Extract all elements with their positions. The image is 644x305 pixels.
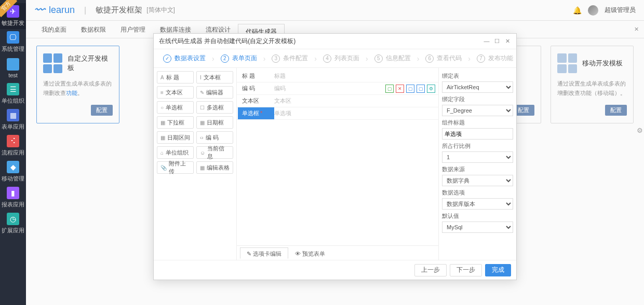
palette-item[interactable]: ≡文本区 [157,86,194,99]
form-row[interactable]: 文本区文本区 [237,95,438,107]
grid-icon: ▦ [7,109,19,121]
step-4[interactable]: 4列表页面 [318,54,365,63]
done-button[interactable]: 完成 [485,264,511,276]
eye-icon: 👁 [295,251,302,257]
mobile-icon: ◆ [7,161,19,173]
tab-preview-form[interactable]: 👁 预览表单 [288,247,332,259]
palette-item[interactable]: ⌂单位组织 [157,146,194,159]
component-icon: ▦ [200,120,205,126]
palette-item[interactable]: ▦日期区间 [157,131,194,144]
sidebar-item-ext[interactable]: ◷扩展应用 [0,211,26,237]
form-row[interactable]: 标 题标题 [237,70,438,82]
palette-item[interactable]: ▦日期框 [196,116,233,129]
step-2[interactable]: 2表单页面 [216,54,262,63]
step-3[interactable]: 3条件配置 [266,54,313,63]
sidebar-item-form[interactable]: ▦表单应用 [0,107,26,133]
modal-overlay: 在线代码生成器 并自动创建代码(自定义开发模板) — ☐ ✕ 数据表设置› 2表… [26,0,644,305]
layers-icon: ☰ [7,83,19,95]
sidebar-item-system[interactable]: 🖵系统管理 [0,29,26,55]
palette-item[interactable]: ○单选框 [157,101,194,114]
modal-title: 在线代码生成器 并自动创建代码(自定义开发模板) [159,37,296,46]
share-icon: ⠪ [7,135,19,147]
component-icon: ☺ [200,150,205,156]
component-icon: ‹› [200,135,204,141]
form-canvas[interactable]: 标 题标题编 码编码▢✕▢▢⚙文本区文本区单选框*单选项 [237,68,438,245]
palette-item[interactable]: ▦下拉框 [157,116,194,129]
component-icon: ⌂ [160,150,164,156]
properties-panel: 绑定表 AirTicketReq 绑定字段 F_Degree 组件标题 所占行比… [438,68,516,260]
bind-table-select[interactable]: AirTicketReq [442,81,513,93]
component-palette: A标 题I文本框≡文本区✎编辑器○单选框☐多选框▦下拉框▦日期框▦日期区间‹›编… [154,68,237,260]
action-icon[interactable]: ▢ [406,85,414,93]
action-icon[interactable]: ▢ [417,85,425,93]
step-6[interactable]: 6查看代码 [420,54,467,63]
codegen-modal: 在线代码生成器 并自动创建代码(自定义开发模板) — ☐ ✕ 数据表设置› 2表… [153,33,517,280]
palette-item[interactable]: 📎附件上传 [157,161,194,174]
sidebar-item-report[interactable]: ▮报表应用 [0,185,26,211]
sidebar-item-flow[interactable]: ⠪流程应用 [0,133,26,159]
component-title-input[interactable] [442,128,513,140]
palette-item[interactable]: ✎编辑器 [196,86,233,99]
square-icon [7,58,19,71]
globe-icon: ◷ [7,213,19,225]
default-value-select[interactable]: MySql [442,221,513,233]
component-icon: ☐ [200,105,205,110]
form-row[interactable]: 单选框*单选项 [237,107,438,120]
component-icon: ✎ [200,90,204,95]
chart-icon: ▮ [7,187,19,199]
palette-item[interactable]: ☐多选框 [196,101,233,114]
pencil-icon: ✎ [247,251,253,257]
component-icon: 📎 [160,165,167,171]
minimize-icon[interactable]: — [483,38,490,45]
component-icon: ≡ [160,90,164,95]
data-option-select[interactable]: 数据库版本 [442,198,513,210]
step-1[interactable]: 数据表设置 [158,54,211,63]
action-icon[interactable]: ✕ [396,85,404,93]
wizard-steps: 数据表设置› 2表单页面› 3条件配置› 4列表页面› 5信息配置› 6查看代码… [154,49,516,68]
monitor-icon: 🖵 [7,31,19,44]
sidebar-item-org[interactable]: ☰单位组织 [0,81,26,107]
left-sidebar: ✈敏捷开发 🖵系统管理 test ☰单位组织 ▦表单应用 ⠪流程应用 ◆移动管理… [0,0,26,305]
prev-button[interactable]: 上一步 [414,264,447,276]
palette-item[interactable]: ‹›编 码 [196,131,233,144]
component-icon: ○ [160,105,164,110]
palette-item[interactable]: I文本框 [196,71,233,84]
action-icon[interactable]: ▢ [385,85,394,93]
component-icon: A [160,75,164,80]
palette-item[interactable]: ☺当前信息 [196,146,233,159]
palette-item[interactable]: A标 题 [157,71,194,84]
gear-icon[interactable]: ⚙ [427,85,435,93]
component-icon: I [200,75,202,80]
tab-edit-options[interactable]: ✎ 选项卡编辑 [240,247,288,259]
form-row[interactable]: 编 码编码▢✕▢▢⚙ [237,82,438,95]
component-icon: ▦ [160,120,165,126]
step-7[interactable]: 7发布功能 [472,54,516,63]
row-ratio-select[interactable]: 1 [442,151,513,163]
bind-field-select[interactable]: F_Degree [442,105,513,116]
sidebar-item-test[interactable]: test [0,55,26,81]
close-icon[interactable]: ✕ [504,38,511,45]
palette-item[interactable]: ▦编辑表格 [196,161,233,174]
component-icon: ▦ [160,135,165,141]
component-icon: ▦ [200,165,205,171]
step-5[interactable]: 5信息配置 [369,54,416,63]
sidebar-item-mobile[interactable]: ◆移动管理 [0,159,26,185]
next-button[interactable]: 下一步 [450,264,482,276]
maximize-icon[interactable]: ☐ [493,38,501,45]
data-source-select[interactable]: 数据字典 [442,175,513,186]
